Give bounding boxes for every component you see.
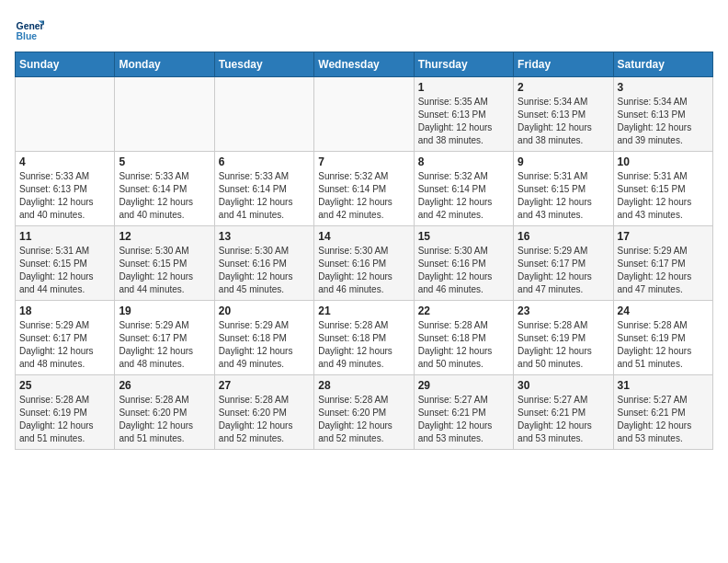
calendar-cell: 26Sunrise: 5:28 AM Sunset: 6:20 PM Dayli… [115,375,214,450]
day-number: 6 [219,155,310,168]
calendar-cell: 7Sunrise: 5:32 AM Sunset: 6:14 PM Daylig… [314,152,414,226]
calendar-cell: 13Sunrise: 5:30 AM Sunset: 6:16 PM Dayli… [214,226,313,301]
calendar-cell: 6Sunrise: 5:33 AM Sunset: 6:14 PM Daylig… [214,152,313,226]
day-info: Sunrise: 5:33 AM Sunset: 6:14 PM Dayligh… [219,170,310,222]
day-of-week-header: Thursday [414,52,513,77]
day-number: 10 [618,155,709,168]
day-of-week-header: Tuesday [214,52,313,77]
calendar-cell [314,77,414,152]
calendar-cell [16,77,115,152]
day-info: Sunrise: 5:30 AM Sunset: 6:16 PM Dayligh… [318,245,409,296]
day-info: Sunrise: 5:28 AM Sunset: 6:18 PM Dayligh… [418,319,509,371]
calendar-cell: 28Sunrise: 5:28 AM Sunset: 6:20 PM Dayli… [314,375,414,450]
day-number: 2 [518,81,609,94]
day-info: Sunrise: 5:34 AM Sunset: 6:13 PM Dayligh… [618,96,709,147]
svg-text:General: General [17,21,44,31]
day-number: 15 [418,230,509,243]
day-info: Sunrise: 5:27 AM Sunset: 6:21 PM Dayligh… [418,394,509,445]
calendar-cell: 3Sunrise: 5:34 AM Sunset: 6:13 PM Daylig… [613,77,712,152]
day-info: Sunrise: 5:28 AM Sunset: 6:20 PM Dayligh… [119,394,210,445]
day-number: 28 [318,379,409,392]
day-of-week-header: Monday [115,52,214,77]
day-of-week-header: Sunday [16,52,115,77]
day-of-week-header: Wednesday [314,52,414,77]
day-info: Sunrise: 5:29 AM Sunset: 6:18 PM Dayligh… [219,319,310,371]
day-number: 26 [119,379,210,392]
day-info: Sunrise: 5:29 AM Sunset: 6:17 PM Dayligh… [119,319,210,371]
day-number: 23 [518,304,609,317]
calendar-cell: 16Sunrise: 5:29 AM Sunset: 6:17 PM Dayli… [514,226,613,301]
day-number: 29 [418,379,509,392]
calendar-cell: 31Sunrise: 5:27 AM Sunset: 6:21 PM Dayli… [613,375,712,450]
day-number: 17 [618,230,709,243]
logo: General Blue [15,15,44,44]
day-number: 5 [119,155,210,168]
day-info: Sunrise: 5:32 AM Sunset: 6:14 PM Dayligh… [418,170,509,222]
day-info: Sunrise: 5:27 AM Sunset: 6:21 PM Dayligh… [618,394,709,445]
svg-text:Blue: Blue [17,31,38,41]
day-info: Sunrise: 5:29 AM Sunset: 6:17 PM Dayligh… [518,245,609,296]
calendar-cell: 8Sunrise: 5:32 AM Sunset: 6:14 PM Daylig… [414,152,513,226]
calendar-cell: 24Sunrise: 5:28 AM Sunset: 6:19 PM Dayli… [613,301,712,375]
calendar-week-row: 4Sunrise: 5:33 AM Sunset: 6:13 PM Daylig… [16,152,713,226]
day-number: 12 [119,230,210,243]
calendar-cell: 30Sunrise: 5:27 AM Sunset: 6:21 PM Dayli… [514,375,613,450]
calendar-cell: 17Sunrise: 5:29 AM Sunset: 6:17 PM Dayli… [613,226,712,301]
day-info: Sunrise: 5:29 AM Sunset: 6:17 PM Dayligh… [618,245,709,296]
calendar-cell: 9Sunrise: 5:31 AM Sunset: 6:15 PM Daylig… [514,152,613,226]
calendar-cell: 23Sunrise: 5:28 AM Sunset: 6:19 PM Dayli… [514,301,613,375]
day-info: Sunrise: 5:31 AM Sunset: 6:15 PM Dayligh… [19,245,110,296]
day-number: 4 [19,155,110,168]
calendar-cell: 25Sunrise: 5:28 AM Sunset: 6:19 PM Dayli… [16,375,115,450]
day-number: 19 [119,304,210,317]
calendar-week-row: 18Sunrise: 5:29 AM Sunset: 6:17 PM Dayli… [16,301,713,375]
calendar-cell: 18Sunrise: 5:29 AM Sunset: 6:17 PM Dayli… [16,301,115,375]
logo-icon: General Blue [15,15,44,44]
day-info: Sunrise: 5:28 AM Sunset: 6:19 PM Dayligh… [518,319,609,371]
calendar-table: SundayMondayTuesdayWednesdayThursdayFrid… [15,52,713,450]
calendar-cell [214,77,313,152]
day-info: Sunrise: 5:33 AM Sunset: 6:14 PM Dayligh… [119,170,210,222]
day-number: 25 [19,379,110,392]
calendar-cell: 29Sunrise: 5:27 AM Sunset: 6:21 PM Dayli… [414,375,513,450]
day-info: Sunrise: 5:30 AM Sunset: 6:16 PM Dayligh… [418,245,509,296]
calendar-cell: 11Sunrise: 5:31 AM Sunset: 6:15 PM Dayli… [16,226,115,301]
day-info: Sunrise: 5:27 AM Sunset: 6:21 PM Dayligh… [518,394,609,445]
day-info: Sunrise: 5:28 AM Sunset: 6:20 PM Dayligh… [219,394,310,445]
calendar-cell: 14Sunrise: 5:30 AM Sunset: 6:16 PM Dayli… [314,226,414,301]
calendar-cell: 15Sunrise: 5:30 AM Sunset: 6:16 PM Dayli… [414,226,513,301]
calendar-cell: 4Sunrise: 5:33 AM Sunset: 6:13 PM Daylig… [16,152,115,226]
day-number: 3 [618,81,709,94]
calendar-week-row: 25Sunrise: 5:28 AM Sunset: 6:19 PM Dayli… [16,375,713,450]
calendar-header: SundayMondayTuesdayWednesdayThursdayFrid… [16,52,713,77]
day-info: Sunrise: 5:30 AM Sunset: 6:16 PM Dayligh… [219,245,310,296]
day-info: Sunrise: 5:34 AM Sunset: 6:13 PM Dayligh… [518,96,609,147]
day-info: Sunrise: 5:35 AM Sunset: 6:13 PM Dayligh… [418,96,509,147]
day-number: 31 [618,379,709,392]
day-number: 7 [318,155,409,168]
day-info: Sunrise: 5:28 AM Sunset: 6:18 PM Dayligh… [318,319,409,371]
calendar-cell: 22Sunrise: 5:28 AM Sunset: 6:18 PM Dayli… [414,301,513,375]
calendar-cell: 5Sunrise: 5:33 AM Sunset: 6:14 PM Daylig… [115,152,214,226]
day-info: Sunrise: 5:28 AM Sunset: 6:20 PM Dayligh… [318,394,409,445]
day-of-week-header: Saturday [613,52,712,77]
day-info: Sunrise: 5:32 AM Sunset: 6:14 PM Dayligh… [318,170,409,222]
calendar-cell: 2Sunrise: 5:34 AM Sunset: 6:13 PM Daylig… [514,77,613,152]
calendar-cell: 21Sunrise: 5:28 AM Sunset: 6:18 PM Dayli… [314,301,414,375]
calendar-week-row: 1Sunrise: 5:35 AM Sunset: 6:13 PM Daylig… [16,77,713,152]
day-info: Sunrise: 5:31 AM Sunset: 6:15 PM Dayligh… [618,170,709,222]
calendar-cell [115,77,214,152]
day-info: Sunrise: 5:28 AM Sunset: 6:19 PM Dayligh… [19,394,110,445]
day-number: 18 [19,304,110,317]
calendar-cell: 10Sunrise: 5:31 AM Sunset: 6:15 PM Dayli… [613,152,712,226]
day-info: Sunrise: 5:30 AM Sunset: 6:15 PM Dayligh… [119,245,210,296]
day-number: 13 [219,230,310,243]
day-number: 8 [418,155,509,168]
calendar-body: 1Sunrise: 5:35 AM Sunset: 6:13 PM Daylig… [16,77,713,450]
day-info: Sunrise: 5:28 AM Sunset: 6:19 PM Dayligh… [618,319,709,371]
day-number: 21 [318,304,409,317]
day-number: 22 [418,304,509,317]
day-number: 9 [518,155,609,168]
day-info: Sunrise: 5:31 AM Sunset: 6:15 PM Dayligh… [518,170,609,222]
calendar-cell: 20Sunrise: 5:29 AM Sunset: 6:18 PM Dayli… [214,301,313,375]
